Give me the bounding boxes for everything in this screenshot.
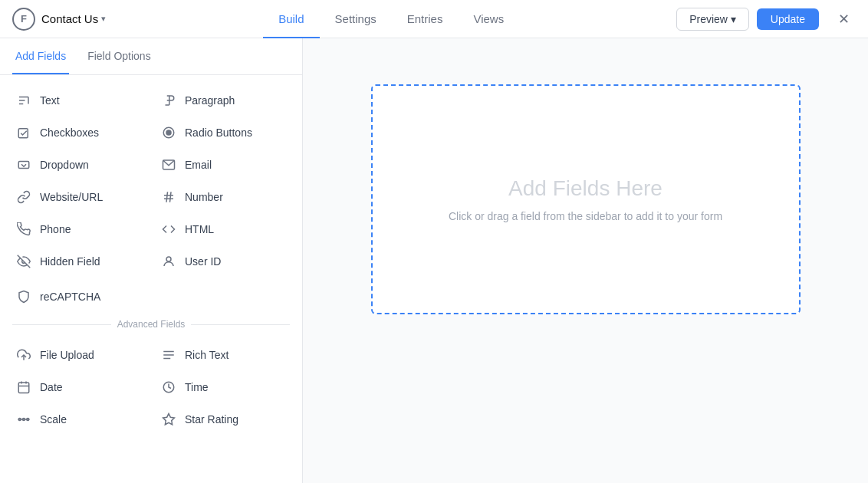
standard-fields-grid: Text Paragraph Checkboxes	[0, 81, 302, 281]
field-email-label: Email	[185, 159, 212, 171]
star-icon	[160, 411, 177, 428]
field-time[interactable]: Time	[151, 371, 296, 403]
svg-rect-16	[18, 383, 29, 393]
preview-button[interactable]: Preview ▾	[676, 8, 749, 31]
form-canvas: Add Fields Here Click or drag a field fr…	[303, 38, 868, 483]
scale-icon	[15, 411, 32, 428]
main-content: Add Fields Field Options Text Paragraph	[0, 38, 868, 483]
field-number[interactable]: Number	[151, 181, 296, 213]
field-star-rating-label: Star Rating	[185, 413, 238, 426]
field-paragraph-label: Paragraph	[185, 94, 235, 107]
field-checkboxes-label: Checkboxes	[40, 127, 99, 139]
code-icon	[160, 221, 177, 238]
tab-field-options[interactable]: Field Options	[84, 38, 153, 74]
drop-zone-title: Add Fields Here	[508, 176, 663, 201]
svg-rect-1	[18, 129, 28, 138]
field-time-label: Time	[185, 381, 209, 393]
nav-build[interactable]: Build	[263, 0, 319, 38]
sidebar-tabs: Add Fields Field Options	[0, 38, 302, 75]
field-website-label: Website/URL	[40, 191, 103, 203]
svg-line-9	[170, 192, 172, 202]
field-date-label: Date	[40, 381, 63, 393]
email-icon	[160, 156, 177, 173]
nav-entries[interactable]: Entries	[392, 0, 459, 38]
update-button[interactable]: Update	[757, 8, 819, 30]
field-rich-text-label: Rich Text	[185, 349, 229, 361]
nav-settings[interactable]: Settings	[320, 0, 392, 38]
field-email[interactable]: Email	[151, 149, 296, 181]
field-html[interactable]: HTML	[151, 213, 296, 245]
field-dropdown-label: Dropdown	[40, 159, 89, 171]
app-logo: F	[12, 8, 35, 31]
top-nav: Build Settings Entries Views	[263, 0, 519, 38]
upload-icon	[15, 347, 32, 363]
advanced-fields-divider: Advanced Fields	[0, 313, 302, 336]
field-html-label: HTML	[185, 223, 214, 235]
title-chevron-icon: ▾	[101, 14, 106, 24]
field-text[interactable]: Text	[6, 84, 151, 117]
field-rich-text[interactable]: Rich Text	[151, 339, 296, 371]
field-userid-label: User ID	[185, 255, 221, 268]
shield-icon	[15, 288, 32, 305]
field-checkboxes[interactable]: Checkboxes	[6, 117, 151, 149]
field-user-id[interactable]: User ID	[151, 245, 296, 278]
clock-icon	[160, 379, 177, 396]
sidebar: Add Fields Field Options Text Paragraph	[0, 38, 303, 483]
checkbox-icon	[15, 124, 32, 141]
text-icon	[15, 92, 32, 109]
advanced-fields-grid: File Upload Rich Text Date	[0, 336, 302, 439]
field-dropdown[interactable]: Dropdown	[6, 149, 151, 181]
field-scale[interactable]: Scale	[6, 403, 151, 435]
topbar-actions: Preview ▾ Update ✕	[676, 8, 856, 31]
field-radio-buttons[interactable]: Radio Buttons	[151, 117, 296, 149]
close-button[interactable]: ✕	[833, 8, 856, 31]
field-phone[interactable]: Phone	[6, 213, 151, 245]
calendar-icon	[15, 379, 32, 396]
radio-icon	[160, 124, 177, 141]
field-file-upload[interactable]: File Upload	[6, 339, 151, 371]
field-star-rating[interactable]: Star Rating	[151, 403, 296, 435]
field-hidden[interactable]: Hidden Field	[6, 245, 151, 278]
field-radio-label: Radio Buttons	[185, 127, 252, 139]
fields-list: Text Paragraph Checkboxes	[0, 75, 302, 483]
svg-line-8	[166, 192, 168, 202]
field-file-upload-label: File Upload	[40, 349, 94, 361]
hash-icon	[160, 189, 177, 205]
field-recaptcha-label: reCAPTCHA	[40, 291, 100, 303]
svg-point-3	[166, 130, 171, 135]
form-title[interactable]: Contact Us ▾	[41, 12, 106, 25]
phone-icon	[15, 221, 32, 238]
drop-zone-subtitle: Click or drag a field from the sidebar t…	[449, 210, 722, 222]
topbar: F Contact Us ▾ Build Settings Entries Vi…	[0, 0, 868, 38]
field-website-url[interactable]: Website/URL	[6, 181, 151, 213]
field-scale-label: Scale	[40, 413, 67, 426]
field-number-label: Number	[185, 191, 223, 203]
link-icon	[15, 189, 32, 205]
field-recaptcha[interactable]: reCAPTCHA	[6, 281, 151, 313]
field-date[interactable]: Date	[6, 371, 151, 403]
field-phone-label: Phone	[40, 223, 71, 235]
svg-point-11	[166, 257, 171, 261]
tab-add-fields[interactable]: Add Fields	[12, 38, 69, 74]
nav-views[interactable]: Views	[458, 0, 519, 38]
svg-marker-25	[163, 414, 175, 425]
field-text-label: Text	[40, 94, 60, 107]
field-paragraph[interactable]: Paragraph	[151, 84, 296, 117]
drop-zone[interactable]: Add Fields Here Click or drag a field fr…	[371, 84, 801, 314]
user-icon	[160, 253, 177, 270]
richtext-icon	[160, 347, 177, 363]
hidden-icon	[15, 253, 32, 270]
dropdown-icon	[15, 156, 32, 173]
paragraph-icon	[160, 92, 177, 109]
field-hidden-label: Hidden Field	[40, 255, 100, 268]
